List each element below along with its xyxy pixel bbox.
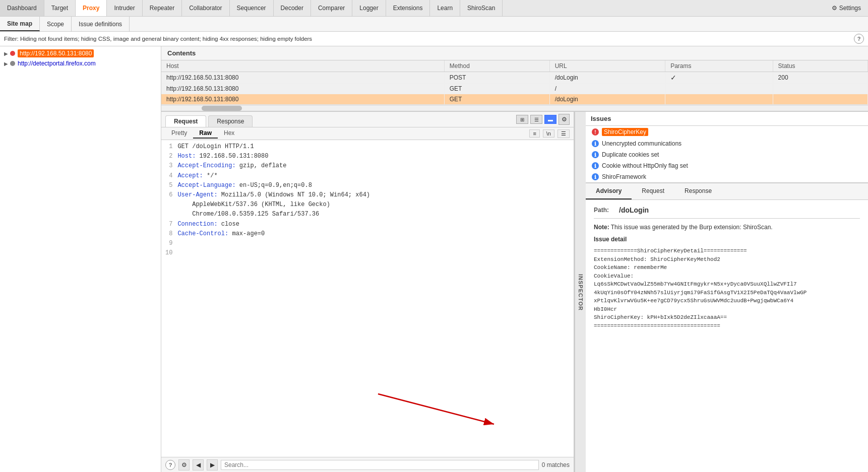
req-help-button[interactable]: ?: [165, 460, 175, 470]
nav-collaborator[interactable]: Collaborator: [182, 0, 229, 16]
req-lang-key: Accept-Language:: [177, 182, 235, 189]
col-url[interactable]: URL: [549, 60, 665, 72]
nav-intruder[interactable]: Intruder: [107, 0, 142, 16]
nav-learn[interactable]: Learn: [430, 0, 460, 16]
issue-icon-info-4: ℹ: [592, 173, 599, 180]
table-row[interactable]: http://192.168.50.131:8080 GET /: [161, 84, 868, 94]
path-label: Path:: [594, 207, 609, 214]
sitemap-panel: ▶ http://192.168.50.131:8080 ▶ http://de…: [0, 46, 161, 472]
req-host-key: Host:: [177, 153, 196, 160]
sitemap-url-1[interactable]: http://detectportal.firefox.com: [18, 60, 96, 67]
sub-navigation: Site map Scope Issue definitions: [0, 17, 868, 32]
sitemap-url-highlight-0: http://192.168.50.131:8080: [18, 49, 94, 57]
req-search-input[interactable]: [221, 460, 539, 470]
wrap-button[interactable]: ≡: [529, 129, 539, 138]
tab-advisory-response[interactable]: Response: [674, 183, 722, 199]
menu-button[interactable]: ☰: [557, 129, 570, 138]
inspector-sidebar[interactable]: INSPECTOR: [575, 112, 586, 472]
advisory-tabs: Advisory Request Response: [586, 183, 868, 200]
req-cache-val: max-age=0: [228, 230, 265, 237]
issue-item-2[interactable]: ℹ Duplicate cookies set: [586, 149, 868, 160]
col-params[interactable]: Params: [665, 60, 773, 72]
nav-dashboard[interactable]: Dashboard: [0, 0, 44, 16]
issue-item-1[interactable]: ℹ Unencrypted communications: [586, 138, 868, 149]
advisory-note: Note: This issue was generated by the Bu…: [594, 224, 860, 231]
nav-shiroscan[interactable]: ShiroScan: [460, 0, 503, 16]
req-accept-key: Accept:: [177, 172, 203, 179]
nav-proxy[interactable]: Proxy: [76, 0, 107, 16]
tab-advisory-request[interactable]: Request: [632, 183, 674, 199]
issues-advisory-panel: Issues ! ShiroCipherKey ℹ Unencrypted co…: [586, 112, 868, 472]
tab-response[interactable]: Response: [208, 115, 253, 127]
format-hex[interactable]: Hex: [218, 128, 240, 139]
issue-label-3: Cookie without HttpOnly flag set: [602, 162, 688, 169]
issue-label-0: ShiroCipherKey: [602, 128, 648, 136]
nav-comparer[interactable]: Comparer: [311, 0, 352, 16]
req-settings-button[interactable]: ⚙: [178, 459, 190, 470]
nav-repeater[interactable]: Repeater: [143, 0, 182, 16]
format-tabs: Pretty Raw Hex: [165, 128, 240, 139]
format-raw[interactable]: Raw: [193, 128, 218, 139]
issue-item-4[interactable]: ℹ ShiroFramework: [586, 171, 868, 182]
tab-sitemap[interactable]: Site map: [0, 17, 40, 31]
view-list-button[interactable]: ☰: [530, 115, 542, 124]
tab-scope[interactable]: Scope: [40, 17, 72, 31]
settings-gear-button[interactable]: ⚙: [559, 114, 570, 125]
nav-extensions[interactable]: Extensions: [386, 0, 430, 16]
nav-target[interactable]: Target: [44, 0, 76, 16]
settings-button[interactable]: ⚙ Settings: [825, 0, 868, 16]
table-row[interactable]: http://192.168.50.131:8080 POST /doLogin…: [161, 72, 868, 84]
format-pretty[interactable]: Pretty: [165, 128, 193, 139]
req-cache-key: Cache-Control:: [177, 230, 228, 237]
newline-button[interactable]: \n: [543, 129, 554, 138]
view-wide-button[interactable]: ▬: [544, 115, 556, 124]
issue-item-0[interactable]: ! ShiroCipherKey: [586, 126, 868, 138]
nav-decoder[interactable]: Decoder: [274, 0, 311, 16]
issue-item-3[interactable]: ℹ Cookie without HttpOnly flag set: [586, 160, 868, 171]
expand-arrow-0: ▶: [4, 51, 8, 56]
sitemap-item-0[interactable]: ▶ http://192.168.50.131:8080: [0, 48, 161, 58]
issue-icon-info-2: ℹ: [592, 151, 599, 158]
expand-arrow-1: ▶: [4, 61, 8, 66]
issue-label-2: Duplicate cookies set: [602, 151, 659, 158]
filter-help-button[interactable]: ?: [854, 34, 864, 44]
sitemap-item-1[interactable]: ▶ http://detectportal.firefox.com: [0, 58, 161, 69]
request-line-1: GET /doLogin HTTP/1.1: [177, 143, 254, 150]
req-ua-val: Mozilla/5.0 (Windows NT 10.0; Win64; x64…: [218, 191, 370, 198]
cell-status: [773, 94, 867, 105]
col-method[interactable]: Method: [444, 60, 549, 72]
cell-method: GET: [444, 84, 549, 94]
main-area: ▶ http://192.168.50.131:8080 ▶ http://de…: [0, 46, 868, 472]
nav-sequencer[interactable]: Sequencer: [230, 0, 274, 16]
request-body: GET /doLogin HTTP/1.1 Host: 192.168.50.1…: [177, 142, 570, 455]
note-text: This issue was generated by the Burp ext…: [609, 224, 773, 231]
req-back-button[interactable]: ◀: [193, 459, 204, 470]
issue-icon-info-1: ℹ: [592, 140, 599, 147]
cell-url: /doLogin: [549, 72, 665, 84]
tab-request[interactable]: Request: [165, 115, 206, 127]
nav-logger[interactable]: Logger: [352, 0, 386, 16]
view-grid-button[interactable]: ⊞: [516, 115, 528, 124]
cell-status: 200: [773, 72, 867, 84]
cell-params: [665, 84, 773, 94]
tab-advisory[interactable]: Advisory: [586, 183, 632, 199]
issues-list: ! ShiroCipherKey ℹ Unencrypted communica…: [586, 126, 868, 183]
req-ua-key: User-Agent:: [177, 191, 217, 198]
cell-host: http://192.168.50.131:8080: [161, 72, 444, 84]
advisory-panel: Advisory Request Response Path: /doLogin…: [586, 183, 868, 472]
req-forward-button[interactable]: ▶: [207, 459, 218, 470]
contents-title: Contents: [161, 46, 868, 60]
req-conn-key: Connection:: [177, 221, 217, 228]
issue-icon-info-3: ℹ: [592, 162, 599, 169]
table-row[interactable]: http://192.168.50.131:8080 GET /doLogin: [161, 94, 868, 105]
col-host[interactable]: Host: [161, 60, 444, 72]
cell-params: ✓: [665, 72, 773, 84]
format-actions: ≡ \n ☰: [529, 129, 570, 138]
cell-status: [773, 84, 867, 94]
req-host-val: 192.168.50.131:8080: [196, 153, 268, 160]
contents-table: Host Method URL Params Status http://192…: [161, 60, 868, 105]
sitemap-url-0[interactable]: http://192.168.50.131:8080: [18, 50, 94, 57]
filter-bar: Filter: Hiding not found items; hiding C…: [0, 32, 868, 46]
tab-issue-definitions[interactable]: Issue definitions: [72, 17, 130, 31]
col-status[interactable]: Status: [773, 60, 867, 72]
